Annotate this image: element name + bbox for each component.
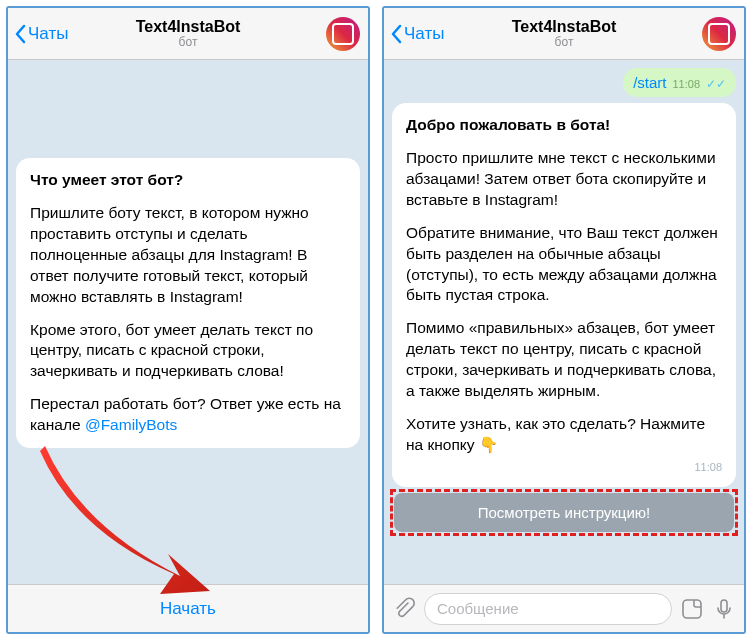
sticker-icon[interactable]: [680, 597, 704, 621]
read-checks-icon: ✓✓: [706, 77, 726, 91]
svg-rect-1: [721, 600, 727, 612]
welcome-heading: Добро пожаловать в бота!: [406, 116, 610, 133]
bot-avatar[interactable]: [326, 17, 360, 51]
card-p3: Перестал работать бот? Ответ уже есть на…: [30, 394, 346, 436]
start-command: /start: [633, 74, 666, 91]
svg-rect-0: [683, 600, 701, 618]
bot-avatar[interactable]: [702, 17, 736, 51]
chat-header: Чаты Text4InstaBot бот: [384, 8, 744, 60]
phone-right: Чаты Text4InstaBot бот /start 11:08 ✓✓ Д…: [382, 6, 746, 634]
view-instructions-button[interactable]: Посмотреть инструкцию!: [394, 493, 734, 532]
outgoing-message: /start 11:08 ✓✓: [623, 68, 736, 97]
chevron-left-icon: [14, 24, 26, 44]
back-label: Чаты: [404, 24, 444, 44]
message-input[interactable]: Сообщение: [424, 593, 672, 625]
mic-icon[interactable]: [712, 597, 736, 621]
welcome-p2: Обратите внимание, что Ваш текст должен …: [406, 223, 722, 307]
card-p2: Кроме этого, бот умеет делать текст по ц…: [30, 320, 346, 383]
chat-area: /start 11:08 ✓✓ Добро пожаловать в бота!…: [384, 60, 744, 584]
welcome-p1: Просто пришлите мне текст с несколькими …: [406, 148, 722, 211]
chat-header: Чаты Text4InstaBot бот: [8, 8, 368, 60]
card-heading: Что умеет этот бот?: [30, 171, 183, 188]
back-label: Чаты: [28, 24, 68, 44]
welcome-p3: Помимо «правильных» абзацев, бот умеет д…: [406, 318, 722, 402]
welcome-message: Добро пожаловать в бота! Просто пришлите…: [392, 103, 736, 487]
chevron-left-icon: [390, 24, 402, 44]
phone-left: Чаты Text4InstaBot бот Что умеет этот бо…: [6, 6, 370, 634]
bot-description-card: Что умеет этот бот? Пришлите боту текст,…: [16, 158, 360, 448]
family-bots-link[interactable]: @FamilyBots: [85, 416, 177, 433]
attach-icon[interactable]: [392, 597, 416, 621]
card-p1: Пришлите боту текст, в котором нужно про…: [30, 203, 346, 308]
back-button[interactable]: Чаты: [8, 24, 68, 44]
input-bar: Сообщение: [384, 584, 744, 632]
back-button[interactable]: Чаты: [384, 24, 444, 44]
chat-area: Что умеет этот бот? Пришлите боту текст,…: [8, 60, 368, 584]
message-time: 11:08: [406, 460, 722, 475]
welcome-p4: Хотите узнать, как это сделать? Нажмите …: [406, 414, 722, 456]
start-button[interactable]: Начать: [8, 584, 368, 632]
out-time: 11:08: [672, 78, 700, 90]
